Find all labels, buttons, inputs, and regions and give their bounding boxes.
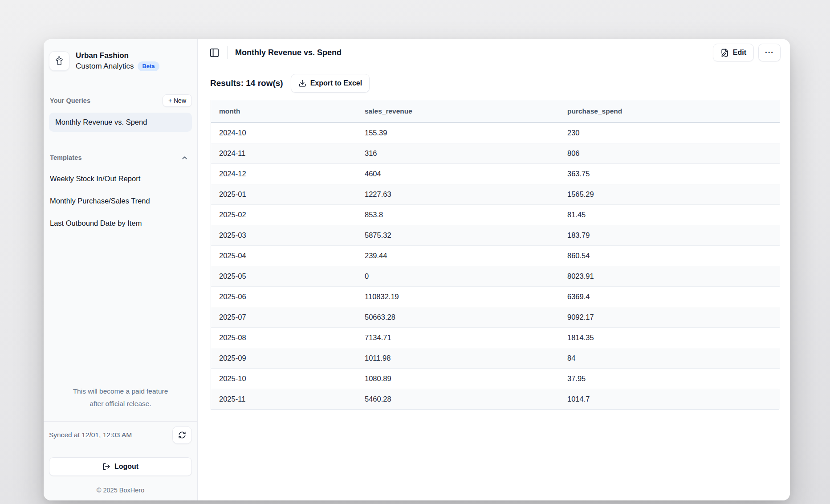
- cell-sales-revenue: 239.44: [357, 245, 559, 266]
- sidebar-item-query-selected[interactable]: Monthly Revenue vs. Spend: [49, 113, 192, 132]
- sidebar-item-template[interactable]: Weekly Stock In/Out Report: [49, 167, 192, 190]
- edit-button[interactable]: Edit: [713, 44, 754, 61]
- cell-purchase-spend: 860.54: [559, 245, 780, 266]
- cell-purchase-spend: 230: [559, 122, 780, 143]
- cell-sales-revenue: 155.39: [357, 122, 559, 143]
- table-row: 2025-115460.281014.7: [211, 389, 780, 409]
- cell-purchase-spend: 1014.7: [559, 389, 780, 409]
- templates-list: Weekly Stock In/Out Report Monthly Purch…: [49, 167, 192, 234]
- cell-purchase-spend: 8023.91: [559, 266, 780, 286]
- your-queries-label: Your Queries: [50, 97, 90, 104]
- export-label: Export to Excel: [310, 79, 362, 87]
- table-row: 2025-091011.9884: [211, 348, 780, 368]
- table-header-row: month sales_revenue purchase_spend: [211, 100, 780, 122]
- cell-sales-revenue: 0: [357, 266, 559, 286]
- cell-month: 2025-05: [211, 266, 357, 286]
- sidebar-item-template[interactable]: Last Outbound Date by Item: [49, 212, 192, 234]
- cell-sales-revenue: 1011.98: [357, 348, 559, 368]
- cell-purchase-spend: 1814.35: [559, 327, 780, 348]
- header-divider: [227, 46, 228, 59]
- cell-sales-revenue: 1227.63: [357, 184, 559, 204]
- ellipsis-icon: ···: [765, 48, 774, 57]
- cell-month: 2025-04: [211, 245, 357, 266]
- new-query-button[interactable]: + New: [163, 94, 192, 107]
- tshirt-icon: [53, 55, 65, 67]
- cell-purchase-spend: 6369.4: [559, 286, 780, 307]
- cell-sales-revenue: 1080.89: [357, 368, 559, 389]
- copyright: © 2025 BoxHero: [44, 487, 197, 494]
- logout-button[interactable]: Logout: [49, 457, 192, 476]
- cell-month: 2024-11: [211, 143, 357, 163]
- main-panel: Monthly Revenue vs. Spend Edit ··· Resul…: [198, 39, 790, 500]
- table-row: 2025-035875.32183.79: [211, 225, 780, 245]
- cell-month: 2025-11: [211, 389, 357, 409]
- brand-text: Urban Fashion Custom Analytics Beta: [76, 50, 159, 72]
- cell-month: 2024-12: [211, 163, 357, 184]
- cell-month: 2025-07: [211, 307, 357, 327]
- app-window: Urban Fashion Custom Analytics Beta Your…: [44, 39, 790, 500]
- cell-purchase-spend: 183.79: [559, 225, 780, 245]
- refresh-icon: [178, 431, 186, 439]
- export-to-excel-button[interactable]: Export to Excel: [291, 74, 370, 93]
- table-row: 2024-11316806: [211, 143, 780, 163]
- paid-feature-notice: This will become a paid feature after of…: [44, 385, 197, 410]
- table-row: 2025-101080.8937.95: [211, 368, 780, 389]
- table-row: 2025-04239.44860.54: [211, 245, 780, 266]
- cell-purchase-spend: 9092.17: [559, 307, 780, 327]
- templates-label: Templates: [50, 154, 82, 161]
- sidebar-footer: This will become a paid feature after of…: [44, 385, 197, 500]
- cell-purchase-spend: 81.45: [559, 204, 780, 225]
- results-row: Results: 14 row(s) Export to Excel: [210, 74, 790, 93]
- cell-month: 2025-01: [211, 184, 357, 204]
- cell-sales-revenue: 4604: [357, 163, 559, 184]
- column-header-purchase-spend: purchase_spend: [559, 100, 780, 122]
- table-row: 2025-0750663.289092.17: [211, 307, 780, 327]
- workspace-logo: [49, 51, 69, 71]
- product-name: Custom Analytics: [76, 61, 134, 72]
- table-row: 2025-06110832.196369.4: [211, 286, 780, 307]
- cell-purchase-spend: 37.95: [559, 368, 780, 389]
- cell-purchase-spend: 806: [559, 143, 780, 163]
- refresh-button[interactable]: [172, 426, 192, 444]
- results-table: month sales_revenue purchase_spend 2024-…: [211, 100, 779, 410]
- cell-sales-revenue: 5875.32: [357, 225, 559, 245]
- workspace-name: Urban Fashion: [76, 50, 159, 61]
- table-row: 2025-02853.881.45: [211, 204, 780, 225]
- cell-month: 2025-08: [211, 327, 357, 348]
- page-title: Monthly Revenue vs. Spend: [235, 48, 342, 57]
- results-count: Results: 14 row(s): [210, 78, 283, 88]
- edit-label: Edit: [733, 49, 746, 57]
- brand: Urban Fashion Custom Analytics Beta: [49, 50, 192, 72]
- cell-month: 2025-02: [211, 204, 357, 225]
- sidebar-item-template[interactable]: Monthly Purchase/Sales Trend: [49, 190, 192, 212]
- file-pen-icon: [720, 49, 729, 57]
- sync-row: Synced at 12/01, 12:03 AM: [44, 421, 197, 444]
- cell-sales-revenue: 110832.19: [357, 286, 559, 307]
- column-header-sales-revenue: sales_revenue: [357, 100, 559, 122]
- cell-purchase-spend: 363.75: [559, 163, 780, 184]
- chevron-up-icon[interactable]: [181, 154, 188, 162]
- download-icon: [298, 79, 306, 87]
- cell-purchase-spend: 84: [559, 348, 780, 368]
- cell-sales-revenue: 316: [357, 143, 559, 163]
- more-options-button[interactable]: ···: [758, 44, 781, 61]
- logout-label: Logout: [114, 463, 138, 471]
- table-row: 2025-0508023.91: [211, 266, 780, 286]
- header-actions: Edit ···: [713, 44, 781, 61]
- synced-timestamp: Synced at 12/01, 12:03 AM: [49, 431, 132, 439]
- sidebar-toggle-button[interactable]: [208, 47, 220, 59]
- table-row: 2025-087134.711814.35: [211, 327, 780, 348]
- main-header: Monthly Revenue vs. Spend Edit ···: [198, 39, 790, 61]
- queries-section-header: Your Queries + New: [49, 94, 192, 107]
- column-header-month: month: [211, 100, 357, 122]
- cell-month: 2025-09: [211, 348, 357, 368]
- cell-month: 2025-06: [211, 286, 357, 307]
- panel-left-icon: [209, 48, 220, 58]
- table-row: 2025-011227.631565.29: [211, 184, 780, 204]
- cell-sales-revenue: 853.8: [357, 204, 559, 225]
- cell-sales-revenue: 7134.71: [357, 327, 559, 348]
- templates-section-header: Templates: [49, 151, 192, 164]
- cell-purchase-spend: 1565.29: [559, 184, 780, 204]
- beta-badge: Beta: [138, 61, 159, 71]
- cell-month: 2025-03: [211, 225, 357, 245]
